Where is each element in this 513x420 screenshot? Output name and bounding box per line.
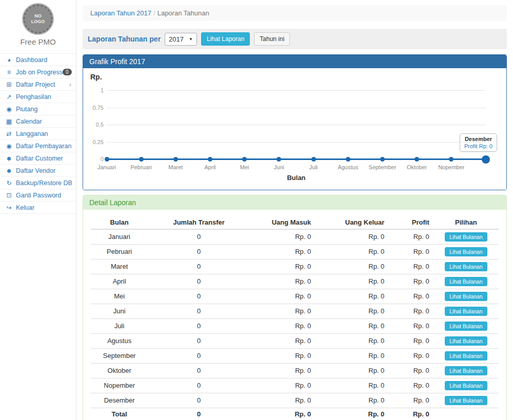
cell-uang_masuk: Rp. 0 [250,245,315,259]
year-select-value: 2017 [169,35,184,43]
cell-uang_keluar: Rp. 0 [315,408,388,420]
sidebar-item-job-on-progress[interactable]: ≡Job on Progress0 [0,66,76,78]
col-header-uang-keluar: Uang Keluar [315,216,388,229]
y-tick-label: 0.25 [83,139,104,145]
lihat-bulanan-button[interactable]: Lihat Bulanan [445,322,487,331]
report-toolbar: Laporan Tahunan per 2017 ▼ Lihat Laporan… [83,29,507,49]
cell-bulan: Agustus [91,334,148,349]
cell-jumlah_transfer: 0 [148,378,250,393]
gridline-y-0.5 [107,125,486,125]
sidebar-item-label: Ganti Password [16,192,61,199]
cell-profit: Rp. 0 [388,364,433,378]
cell-uang_keluar: Rp. 0 [315,364,388,378]
sidebar-item-backup-restore-db[interactable]: ↻Backup/Restore DB [0,177,76,189]
cell-uang_keluar: Rp. 0 [315,319,388,334]
cell-jumlah_transfer: 0 [148,349,250,364]
cell-pilihan: Lihat Bulanan [433,349,499,364]
cell-uang_keluar: Rp. 0 [315,259,388,274]
sidebar-item-label: Daftar Customer [16,155,63,162]
lihat-bulanan-button[interactable]: Lihat Bulanan [445,351,487,361]
data-point-desember [482,155,490,164]
sidebar-item-label: Dashboard [16,56,47,64]
cell-uang_keluar: Rp. 0 [315,245,388,259]
cell-uang_keluar: Rp. 0 [315,274,388,289]
breadcrumb-link-laporan-tahun[interactable]: Laporan Tahun 2017 [90,9,151,17]
sidebar-item-langganan[interactable]: ⇄Langganan [0,128,76,140]
sidebar-item-daftar-vendor[interactable]: ☻Daftar Vendor [0,165,76,177]
cell-profit: Rp. 0 [388,334,433,349]
cell-profit: Rp. 0 [388,304,433,319]
cell-pilihan: Lihat Bulanan [433,245,499,259]
cell-bulan: Juli [91,319,148,334]
lihat-bulanan-button[interactable]: Lihat Bulanan [445,336,487,346]
sidebar-item-piutang[interactable]: ◉Piutang [0,103,76,115]
year-select[interactable]: 2017 ▼ [165,33,197,46]
calendar-icon: ▦ [5,118,13,125]
lihat-bulanan-button[interactable]: Lihat Bulanan [445,277,487,286]
lock-icon: ⊡ [5,192,13,199]
x-tick-maret: Maret [159,164,192,170]
lihat-bulanan-button[interactable]: Lihat Bulanan [445,307,487,316]
cell-uang_masuk: Rp. 0 [250,364,315,378]
y-tick-label: 0 [83,156,104,162]
sidebar-item-ganti-password[interactable]: ⊡Ganti Password [0,189,76,202]
sidebar-item-keluar[interactable]: ↪Keluar [0,202,76,214]
x-tick-mei: Mei [228,164,261,170]
refresh-icon: ↻ [5,179,13,187]
lihat-laporan-button[interactable]: Lihat Laporan [201,32,250,46]
cell-bulan: September [91,349,148,364]
lihat-bulanan-button[interactable]: Lihat Bulanan [445,396,487,405]
sidebar-item-dashboard[interactable]: ◕Dashboard [0,54,76,66]
report-table: Bulan Jumlah Transfer Uang Masuk Uang Ke… [91,216,499,420]
data-point-mei [242,157,247,162]
line-chart-icon: ↗ [5,93,13,101]
table-row-mei: Mei0Rp. 0Rp. 0Rp. 0Lihat Bulanan [91,289,499,304]
sidebar-item-daftar-project[interactable]: ⊞Daftar Project‹ [0,78,76,91]
cell-uang_masuk: Rp. 0 [250,408,315,420]
cell-bulan: Nopember [91,378,148,393]
cell-jumlah_transfer: 0 [148,259,250,274]
cell-bulan: April [91,274,148,289]
col-header-pilihan: Pilihan [433,216,499,229]
users-icon: ☻ [5,155,13,162]
x-tick-april: April [194,164,227,170]
report-table-body: Januari0Rp. 0Rp. 0Rp. 0Lihat BulananPebr… [91,229,499,420]
cell-bulan: Maret [91,259,148,274]
money-icon: ◉ [5,143,13,150]
data-point-pebruari [139,157,144,162]
profit-line [107,158,486,160]
y-tick-label: 0.75 [83,105,104,111]
cell-uang_masuk: Rp. 0 [250,349,315,364]
cell-uang_masuk: Rp. 0 [250,229,315,245]
x-tick-september: September [366,164,399,170]
cell-profit: Rp. 0 [388,245,433,259]
col-header-jumlah-transfer: Jumlah Transfer [148,216,250,229]
tahun-ini-button[interactable]: Tahun ini [254,32,290,46]
gridline-y-1 [107,90,486,91]
tasks-icon: ≡ [5,69,13,76]
sidebar-menu: ◕Dashboard≡Job on Progress0⊞Daftar Proje… [0,53,76,214]
sidebar-item-penghasilan[interactable]: ↗Penghasilan [0,91,76,103]
sidebar-item-daftar-customer[interactable]: ☻Daftar Customer [0,152,76,165]
cell-jumlah_transfer: 0 [148,319,250,334]
sign-out-icon: ↪ [5,204,13,211]
lihat-bulanan-button[interactable]: Lihat Bulanan [445,247,487,256]
data-point-agustus [346,157,350,162]
lihat-bulanan-button[interactable]: Lihat Bulanan [445,366,487,375]
data-point-juni [277,157,281,162]
cell-profit: Rp. 0 [388,259,433,274]
cell-pilihan: Lihat Bulanan [433,304,499,319]
lihat-bulanan-button[interactable]: Lihat Bulanan [445,262,487,271]
cell-profit: Rp. 0 [388,408,433,420]
lihat-bulanan-button[interactable]: Lihat Bulanan [445,232,487,242]
table-row-januari: Januari0Rp. 0Rp. 0Rp. 0Lihat Bulanan [91,229,499,245]
sidebar-item-label: Job on Progress [16,69,63,76]
table-row-april: April0Rp. 0Rp. 0Rp. 0Lihat Bulanan [91,274,499,289]
lihat-bulanan-button[interactable]: Lihat Bulanan [445,292,487,301]
y-tick-label: 0.5 [83,122,104,128]
x-tick-januari: Januari [90,164,123,170]
sidebar-item-label: Langganan [16,130,48,137]
sidebar-item-calendar[interactable]: ▦Calendar [0,115,76,128]
sidebar-item-daftar-pembayaran[interactable]: ◉Daftar Pembayaran [0,140,76,152]
lihat-bulanan-button[interactable]: Lihat Bulanan [445,381,487,390]
